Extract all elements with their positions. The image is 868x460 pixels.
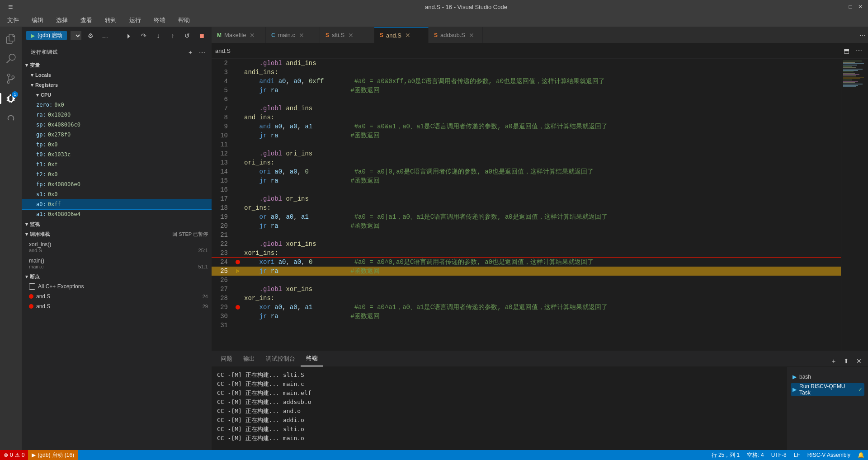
editor-tab[interactable]: Cmain.c✕ (266, 27, 320, 43)
terminal-line: CC -[M] 正在构建... addsub.o (217, 398, 781, 407)
panel-tab[interactable]: 问题 (215, 351, 238, 366)
tab-close-btn[interactable]: ✕ (404, 32, 411, 39)
status-encoding[interactable]: UTF-8 (768, 450, 790, 460)
debug-restart-btn[interactable]: ↺ (182, 30, 193, 41)
sidebar-add-watch-btn[interactable]: + (185, 47, 195, 57)
editor-tab[interactable]: Sslti.S✕ (320, 27, 374, 43)
menu-select[interactable]: 选择 (53, 15, 71, 25)
debug-step-over-btn[interactable]: ↷ (138, 30, 149, 41)
register-item[interactable]: ra:0x10200 (22, 110, 212, 120)
status-language[interactable]: RISC-V Assembly (804, 450, 854, 460)
debug-config-label: (gdb) 启动 (38, 32, 62, 39)
panel-maximize-btn[interactable]: ⬆ (841, 356, 852, 366)
callstack-item[interactable]: xori_ins()and.S25:1 (22, 239, 212, 255)
debug-step-into-btn[interactable]: ↓ (153, 30, 164, 41)
line-number: 26 (212, 276, 233, 285)
code-line: 7 .globl and_ins (212, 104, 841, 113)
line-number: 31 (212, 321, 233, 330)
debug-continue-btn[interactable]: ⏵ (124, 30, 135, 41)
cpu-section[interactable]: ▾ CPU (22, 90, 212, 100)
tab-close-btn[interactable]: ✕ (298, 32, 305, 39)
status-notifications[interactable]: 🔔 (854, 450, 868, 460)
status-errors[interactable]: ⊗ 0 ⚠ 0 (0, 450, 28, 460)
debug-step-out-btn[interactable]: ↑ (167, 30, 178, 41)
debug-dropdown[interactable] (71, 31, 81, 40)
menu-run[interactable]: 运行 (127, 15, 144, 25)
close-button[interactable]: ✕ (857, 4, 863, 10)
register-item[interactable]: t0:0x1033c (22, 150, 212, 160)
debug-stop-btn[interactable]: ⏹ (196, 30, 207, 41)
window-title: and.S - 16 - Visual Studio Code (95, 4, 837, 10)
register-item[interactable]: a1:0x408006e4 (22, 209, 212, 219)
activity-debug[interactable]: 1 (3, 90, 19, 107)
register-item[interactable]: fp:0x408006e0 (22, 179, 212, 189)
code-editor[interactable]: 2 .globl andi_ins3andi_ins:4 andi a0, a0… (212, 59, 841, 351)
variables-section[interactable]: ▾ 变量 (22, 60, 212, 70)
more-actions-btn[interactable]: ⋯ (854, 45, 864, 56)
more-tabs-btn[interactable]: ⋯ (857, 30, 868, 41)
status-debug[interactable]: ▶ (gdb) 启动 (16) (28, 450, 78, 460)
activity-explorer[interactable] (3, 31, 19, 47)
tab-close-btn[interactable]: ✕ (347, 32, 354, 39)
register-item[interactable]: tp:0x0 (22, 140, 212, 150)
panel-sidebar-item[interactable]: ▶bash (791, 371, 864, 383)
menu-goto[interactable]: 转到 (102, 15, 119, 25)
panel-close-btn[interactable]: ✕ (854, 356, 864, 366)
breakpoint-item[interactable]: and.S24 (22, 291, 212, 301)
register-item[interactable]: s1:0x0 (22, 189, 212, 199)
menu-help[interactable]: 帮助 (175, 15, 193, 25)
activity-source-control[interactable] (3, 70, 19, 87)
code-line: 24 xori a0, a0, 0 #a0 = a0^0,a0是C语言调用者传递… (212, 258, 841, 267)
register-item[interactable]: t2:0x0 (22, 169, 212, 179)
editor-tab[interactable]: Sand.S✕ (374, 27, 429, 43)
watch-section[interactable]: ▾ 监视 (22, 219, 212, 229)
register-item[interactable]: sp:0x408006c0 (22, 120, 212, 130)
menu-terminal[interactable]: 终端 (151, 15, 168, 25)
breakpoints-section[interactable]: ▾ 断点 (22, 272, 212, 282)
sidebar-ellipsis-btn[interactable]: ⋯ (197, 47, 207, 57)
panel-tab[interactable]: 调试控制台 (260, 351, 301, 366)
panel-tab[interactable]: 输出 (238, 351, 260, 366)
debug-settings-btn[interactable]: ⚙ (85, 30, 96, 41)
activity-extensions[interactable] (3, 110, 19, 127)
callstack-section[interactable]: ▾ 调用堆栈 回 STEP 已暂停 (22, 229, 212, 239)
breakpoint-item[interactable]: All C++ Exceptions (22, 282, 212, 291)
panel-tab[interactable]: 终端 (301, 351, 323, 366)
menu-edit[interactable]: 编辑 (29, 15, 46, 25)
activity-search[interactable] (3, 51, 19, 67)
status-line[interactable]: 行 25，列 1 (708, 450, 744, 460)
maximize-button[interactable]: □ (847, 4, 854, 10)
bp-checkbox[interactable] (29, 283, 35, 290)
line-content: .globl ori_ins (242, 149, 841, 158)
debug-config-button[interactable]: ▶ (gdb) 启动 (26, 31, 67, 40)
split-editor-btn[interactable]: ⬒ (841, 45, 852, 56)
register-item[interactable]: t1:0xf (22, 160, 212, 169)
tab-close-btn[interactable]: ✕ (249, 32, 256, 39)
register-item[interactable]: zero:0x0 (22, 100, 212, 110)
code-line: 11 (212, 140, 841, 149)
editor-tab[interactable]: MMakefile✕ (212, 27, 266, 43)
callstack-item[interactable]: main()main.c51:1 (22, 255, 212, 272)
breakpoint-item[interactable]: and.S29 (22, 301, 212, 311)
menu-view[interactable]: 查看 (78, 15, 95, 25)
minimize-button[interactable]: ─ (837, 4, 844, 10)
error-count: 0 (10, 452, 13, 458)
line-gutter (233, 258, 242, 267)
register-item[interactable]: a0:0xff (22, 199, 212, 209)
register-item[interactable]: gp:0x278f0 (22, 130, 212, 140)
debug-more-btn[interactable]: … (99, 30, 110, 41)
code-line: 14 ori a0, a0, 0 #a0 = a0|0,a0是C语言调用者传递的… (212, 167, 841, 176)
status-spaces[interactable]: 空格: 4 (743, 450, 767, 460)
panel-add-btn[interactable]: + (828, 356, 839, 366)
locals-section[interactable]: ▾ Locals (22, 70, 212, 80)
line-number: 28 (212, 294, 233, 303)
terminal-area[interactable]: CC -[M] 正在构建... slti.SCC -[M] 正在构建... ma… (212, 367, 787, 450)
tab-close-btn[interactable]: ✕ (468, 32, 475, 39)
menu-file[interactable]: 文件 (5, 15, 22, 25)
editor-tab[interactable]: Saddsub.S✕ (429, 27, 483, 43)
editor-area: MMakefile✕Cmain.c✕Sslti.S✕Sand.S✕Saddsub… (212, 27, 868, 450)
panel-sidebar-item[interactable]: ▶Run RISCV-QEMU Task✓ (791, 383, 864, 396)
status-line-ending[interactable]: LF (790, 450, 804, 460)
line-gutter (233, 131, 242, 140)
registers-section[interactable]: ▾ Registers (22, 80, 212, 90)
